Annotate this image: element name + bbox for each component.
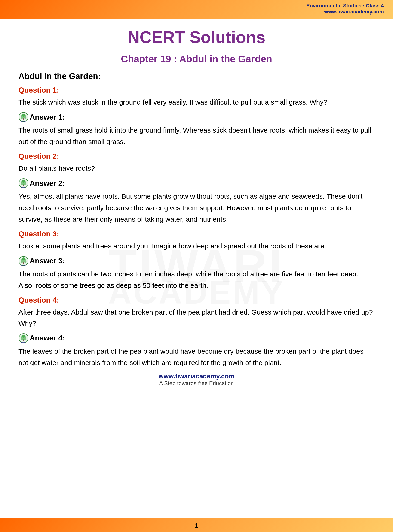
title-divider [19, 49, 374, 49]
tiwari-icon-4: TIWARI [19, 333, 29, 343]
top-bar: Environmental Studies : Class 4 www.tiwa… [0, 0, 393, 19]
svg-text:TIWARI: TIWARI [21, 187, 26, 188]
question-2-text: Do all plants have roots? [19, 163, 374, 174]
main-content: NCERT Solutions Chapter 19 : Abdul in th… [0, 19, 393, 414]
answer-4-label: Answer 4: [29, 334, 65, 342]
question-3-text: Look at some plants and trees around you… [19, 241, 374, 252]
answer-1-text: The roots of small grass hold it into th… [19, 124, 374, 147]
tiwari-icon-3: TIWARI [19, 256, 29, 266]
svg-text:TIWARI: TIWARI [21, 264, 26, 266]
answer-4-row: TIWARI Answer 4: [19, 333, 374, 343]
answer-3-text: The roots of plants can be two inches to… [19, 268, 374, 291]
answer-1-row: TIWARI Answer 1: [19, 112, 374, 122]
chapter-title: Chapter 19 : Abdul in the Garden [19, 53, 374, 65]
question-3-label: Question 3: [19, 230, 374, 238]
answer-4-text: The leaves of the broken part of the pea… [19, 346, 374, 368]
page-title: NCERT Solutions [19, 28, 374, 47]
answer-3-label: Answer 3: [29, 257, 65, 265]
svg-rect-22 [23, 340, 24, 341]
footer-website: www.tiwariacademy.com [19, 373, 374, 380]
answer-2-text: Yes, almost all plants have roots. But s… [19, 191, 374, 225]
answer-1-label: Answer 1: [29, 113, 65, 121]
subject-label: Environmental Studies : Class 4 [306, 3, 384, 9]
question-4-text: After three days, Abdul saw that one bro… [19, 307, 374, 329]
section-heading: Abdul in the Garden: [19, 71, 374, 81]
question-1-label: Question 1: [19, 86, 374, 94]
question-2-label: Question 2: [19, 152, 374, 160]
svg-rect-4 [23, 119, 24, 120]
svg-rect-10 [23, 184, 24, 186]
answer-2-row: TIWARI Answer 2: [19, 178, 374, 188]
svg-rect-16 [23, 262, 24, 264]
footer-tagline: A Step towards free Education [19, 380, 374, 387]
tiwari-icon-1: TIWARI [19, 112, 29, 122]
answer-3-row: TIWARI Answer 3: [19, 256, 374, 266]
top-right-info: Environmental Studies : Class 4 www.tiwa… [306, 3, 384, 15]
question-4-label: Question 4: [19, 296, 374, 304]
page-number: 1 [195, 522, 198, 529]
svg-text:TIWARI: TIWARI [21, 120, 26, 122]
svg-text:TIWARI: TIWARI [21, 342, 26, 343]
footer: www.tiwariacademy.com A Step towards fre… [19, 373, 374, 387]
answer-2-label: Answer 2: [29, 179, 65, 188]
question-1-text: The stick which was stuck in the ground … [19, 97, 374, 108]
bottom-bar: 1 [0, 518, 393, 532]
header-website: www.tiwariacademy.com [306, 9, 384, 15]
tiwari-icon-2: TIWARI [19, 178, 29, 188]
